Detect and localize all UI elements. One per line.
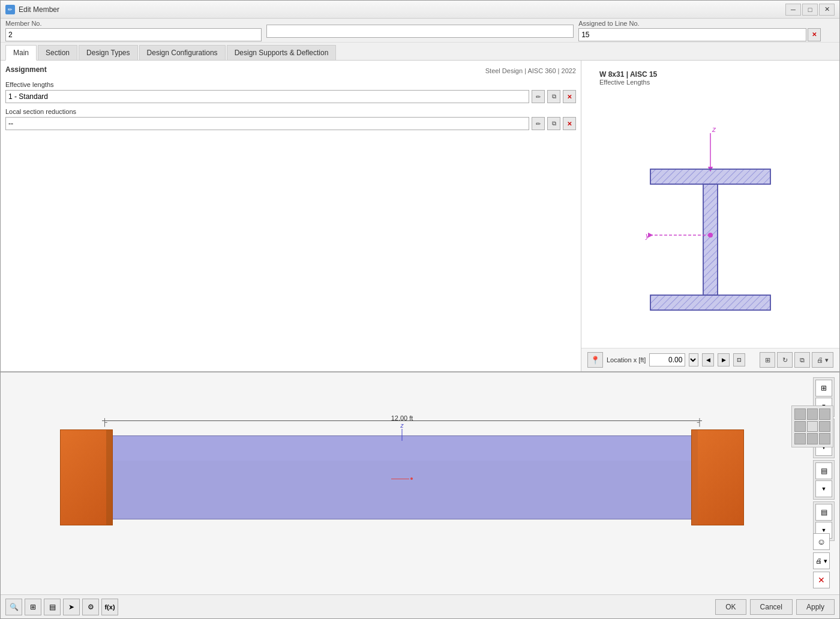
member-no-label: Member No.	[5, 20, 262, 27]
location-icon-btn[interactable]: 📍	[587, 352, 603, 368]
beam-bottom-toolbar: ☺ 🖨 ▾ ✕	[813, 533, 830, 588]
statusbar-calc-btn[interactable]: ⚙	[82, 599, 99, 615]
location-reset-btn[interactable]: ⊡	[733, 353, 745, 366]
grid-cell	[794, 408, 806, 420]
view-rotate-btn[interactable]: ↻	[777, 352, 793, 368]
toolbar-right: ⊞ ▼ y1 ▼ ▤ ▼ ▤ ▼	[813, 377, 835, 541]
window-controls: ─ □ ✕	[785, 4, 835, 16]
location-input[interactable]	[649, 353, 685, 366]
beam-center-crosshair	[391, 477, 413, 480]
effective-lengths-label: Effective lengths	[5, 81, 576, 88]
beam-end-right-edge	[692, 430, 698, 525]
local-section-delete-btn[interactable]: ✕	[563, 117, 576, 130]
svg-point-10	[708, 233, 713, 238]
effective-lengths-edit-btn[interactable]: ✏	[532, 90, 545, 103]
main-window: ✏ Edit Member ─ □ ✕ Member No. Assigned …	[0, 0, 840, 619]
tab-design-types[interactable]: Design Types	[79, 45, 138, 60]
grid-cell	[819, 433, 830, 444]
tab-design-supports[interactable]: Design Supports & Deflection	[227, 45, 337, 60]
local-section-reductions-section: Local section reductions -- ✏ ⧉ ✕	[5, 108, 576, 130]
section-preview: W 8x31 | AISC 15 Effective Lengths	[581, 61, 839, 348]
view-copy2-btn[interactable]: ⧉	[794, 352, 810, 368]
axis-dot	[410, 477, 413, 480]
top-panel: Assignment Steel Design | AISC 360 | 202…	[1, 61, 839, 372]
right-panel: W 8x31 | AISC 15 Effective Lengths	[581, 61, 839, 371]
beam-tb-print-btn[interactable]: 🖨 ▾	[813, 552, 830, 569]
tab-design-configs[interactable]: Design Configurations	[139, 45, 226, 60]
beam-end-left-edge	[106, 430, 112, 525]
location-unit-select[interactable]	[689, 353, 698, 366]
maximize-button[interactable]: □	[802, 4, 818, 16]
grid-cell	[807, 433, 818, 444]
statusbar-grid-btn[interactable]: ⊞	[25, 599, 41, 615]
assigned-input[interactable]	[578, 28, 806, 41]
svg-rect-6	[703, 184, 718, 295]
member-name-input[interactable]	[266, 25, 574, 38]
assignment-title: Assignment	[5, 65, 47, 74]
grid-cell	[819, 421, 830, 432]
beam-viewport: ├ 12.00 ft ┤	[13, 408, 791, 546]
grid-cell	[794, 421, 806, 432]
ibeam-svg-area: z	[614, 92, 806, 342]
effective-lengths-dropdown[interactable]: 1 - Standard 2 - Custom	[5, 90, 529, 103]
tabs-bar: Main Section Design Types Design Configu…	[1, 43, 839, 61]
view-control-btns: ⊞ ↻ ⧉ 🖨 ▾	[760, 352, 833, 368]
dim-line: ├ 12.00 ft ┤	[102, 420, 702, 421]
member-no-input[interactable]	[5, 28, 262, 41]
statusbar-search-btn[interactable]: 🔍	[5, 599, 22, 615]
ibeam-svg: z	[614, 115, 806, 319]
tab-main[interactable]: Main	[5, 45, 37, 61]
section-subtitle: Effective Lengths	[599, 79, 657, 86]
location-label: Location x [ft]	[607, 356, 646, 363]
section-name: W 8x31 | AISC 15	[599, 70, 657, 79]
member-row: Member No. Assigned to Line No. ✕	[1, 19, 839, 43]
location-prev-btn[interactable]: ◀	[702, 353, 714, 366]
cancel-button[interactable]: Cancel	[750, 599, 793, 615]
local-section-label: Local section reductions	[5, 108, 576, 115]
effective-lengths-copy-btn[interactable]: ⧉	[547, 90, 560, 103]
svg-rect-4	[650, 169, 770, 184]
local-section-dropdown[interactable]: --	[5, 117, 529, 130]
local-section-copy-btn[interactable]: ⧉	[547, 117, 560, 130]
toolbar-group-3: ▤ ▼	[813, 460, 835, 500]
effective-lengths-delete-btn[interactable]: ✕	[563, 90, 576, 103]
grid-cell	[807, 408, 818, 420]
beam-end-left	[60, 429, 113, 525]
statusbar-fx-btn[interactable]: f(x)	[101, 599, 118, 615]
window-title: Edit Member	[19, 5, 59, 14]
status-bar: 🔍 ⊞ ▤ ➤ ⚙ f(x) OK Cancel Apply	[1, 594, 839, 618]
grid-cell	[819, 408, 830, 420]
local-section-edit-btn[interactable]: ✏	[532, 117, 545, 130]
z-axis-label: z	[401, 422, 404, 429]
tb-layer2-btn[interactable]: ▤	[815, 504, 832, 521]
beam-tb-close-red-btn[interactable]: ✕	[813, 572, 830, 588]
x-axis-line	[391, 479, 409, 479]
assigned-clear-btn[interactable]: ✕	[808, 28, 821, 41]
svg-text:z: z	[712, 125, 716, 134]
grid-cell-center	[807, 421, 818, 432]
beam-axis-indicator: z	[401, 422, 404, 441]
beam-container: ├ 12.00 ft ┤	[60, 417, 744, 537]
location-next-btn[interactable]: ▶	[718, 353, 730, 366]
apply-button[interactable]: Apply	[796, 599, 835, 615]
view-print-btn[interactable]: 🖨 ▾	[812, 352, 833, 368]
svg-rect-8	[650, 295, 770, 310]
ok-button[interactable]: OK	[715, 599, 746, 615]
assigned-label: Assigned to Line No.	[578, 20, 835, 27]
design-standard: Steel Design | AISC 360 | 2022	[485, 67, 576, 74]
statusbar-table-btn[interactable]: ▤	[44, 599, 61, 615]
large-grid-icon	[791, 405, 833, 447]
view-fit-btn[interactable]: ⊞	[760, 352, 775, 368]
tab-section[interactable]: Section	[38, 45, 77, 60]
tb-layer-btn[interactable]: ▤	[815, 462, 832, 479]
minimize-button[interactable]: ─	[785, 4, 801, 16]
grid-cell	[794, 433, 806, 444]
bottom-panel: ⊞ ▼ y1 ▼ ▤ ▼ ▤ ▼	[1, 372, 839, 594]
statusbar-arrow-btn[interactable]: ➤	[63, 599, 80, 615]
title-bar: ✏ Edit Member ─ □ ✕	[1, 1, 839, 19]
beam-tb-smile-btn[interactable]: ☺	[813, 533, 830, 550]
tb-grid-btn[interactable]: ⊞	[815, 380, 832, 396]
dialog-buttons: OK Cancel Apply	[715, 599, 835, 615]
tb-dropdown3-btn[interactable]: ▼	[815, 480, 832, 497]
close-button[interactable]: ✕	[819, 4, 835, 16]
